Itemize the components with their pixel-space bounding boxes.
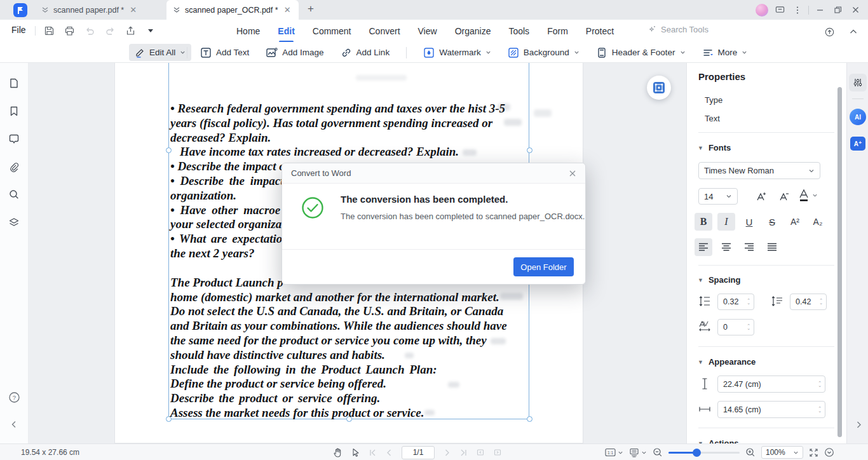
account-avatar[interactable]	[753, 0, 771, 20]
search-icon[interactable]	[8, 189, 20, 200]
bold-button[interactable]: B	[695, 213, 712, 231]
properties-tab-button[interactable]	[849, 74, 867, 91]
height-input[interactable]: 22.47 (cm) ⌃⌄	[717, 375, 825, 393]
subscript-button[interactable]: A₂	[809, 213, 827, 231]
selection-tool-float-button[interactable]	[647, 76, 671, 100]
feedback-icon[interactable]	[771, 0, 789, 20]
width-value: 14.65 (cm)	[723, 405, 761, 414]
hand-tool-icon[interactable]	[333, 448, 342, 457]
font-size-value: 14	[704, 192, 713, 201]
minimize-button[interactable]	[811, 0, 829, 20]
zoom-in-icon[interactable]	[745, 447, 756, 457]
spinner-icon[interactable]: ⌃⌄	[818, 382, 822, 387]
actual-size-button[interactable]: 1:1	[605, 448, 623, 457]
zoom-level-select[interactable]: 100%	[761, 446, 803, 459]
collapse-toolbar-icon[interactable]	[845, 24, 862, 40]
menu-tools[interactable]: Tools	[508, 25, 529, 37]
fonts-section-header[interactable]: ▼ Fonts	[698, 143, 731, 152]
help-icon[interactable]: ?	[8, 391, 20, 403]
paragraph-spacing-input[interactable]: 0.42 ⌃⌄	[790, 294, 827, 310]
page-number-input[interactable]: 1/1	[402, 446, 435, 459]
fullscreen-icon[interactable]	[809, 448, 818, 457]
toolbar-caret-icon[interactable]	[142, 22, 159, 39]
tab-scanned-paper[interactable]: scanned paper.pdf * ✕	[35, 0, 144, 20]
font-family-select[interactable]: Times New Roman	[698, 162, 820, 179]
strikethrough-button[interactable]: S	[763, 213, 781, 231]
add-link-button[interactable]: Add Link	[341, 47, 390, 58]
save-icon[interactable]	[41, 22, 57, 39]
menu-comment[interactable]: Comment	[313, 25, 351, 37]
character-spacing-input[interactable]: 0 ⌃⌄	[717, 319, 754, 335]
align-justify-button[interactable]	[763, 238, 781, 256]
tab-scanned-paper-ocr[interactable]: scanned paper_OCR.pdf * ✕	[166, 0, 299, 20]
dialog-close-icon[interactable]	[569, 170, 576, 177]
tab-close-icon[interactable]: ✕	[283, 4, 292, 15]
menu-form[interactable]: Form	[547, 25, 568, 37]
collapse-sidebar-icon[interactable]	[10, 420, 18, 429]
page-thumbnails-icon[interactable]	[8, 78, 20, 89]
spinner-icon[interactable]: ⌃⌄	[819, 299, 823, 304]
edit-all-button[interactable]: Edit All	[129, 44, 191, 61]
dialog-footer: Open Folder	[282, 249, 585, 284]
italic-button[interactable]: I	[717, 213, 735, 231]
spinner-icon[interactable]: ⌃⌄	[747, 299, 750, 304]
translate-button[interactable]: A⁺	[850, 137, 865, 151]
zoom-out-icon[interactable]	[653, 447, 663, 457]
add-text-button[interactable]: Add Text	[200, 47, 249, 58]
share-icon[interactable]	[122, 22, 139, 39]
close-window-button[interactable]	[846, 0, 864, 20]
collapse-statusbar-icon[interactable]	[824, 447, 834, 457]
search-tools[interactable]: Search Tools	[647, 25, 709, 34]
new-tab-button[interactable]: +	[308, 3, 314, 15]
more-button[interactable]: More	[702, 47, 748, 58]
menu-organize[interactable]: Organize	[455, 25, 491, 37]
panel-scrollbar[interactable]	[837, 87, 842, 437]
menu-protect[interactable]: Protect	[586, 25, 614, 37]
header-footer-button[interactable]: Header & Footer	[596, 47, 686, 58]
more-menu-icon[interactable]	[789, 0, 806, 20]
underline-button[interactable]: U	[740, 213, 758, 231]
superscript-button[interactable]: A²	[786, 213, 804, 231]
font-color-button[interactable]	[797, 187, 818, 203]
font-size-select[interactable]: 14	[698, 188, 738, 205]
menu-home[interactable]: Home	[236, 25, 260, 37]
watermark-button[interactable]: Watermark	[423, 47, 491, 58]
zoom-slider[interactable]	[668, 444, 740, 460]
page-layout-button[interactable]	[629, 448, 647, 457]
menu-edit[interactable]: Edit	[278, 25, 294, 37]
decrease-font-size-button[interactable]	[775, 187, 792, 205]
increase-font-size-button[interactable]	[752, 187, 770, 205]
spinner-icon[interactable]: ⌃⌄	[747, 325, 750, 330]
expand-panel-icon[interactable]	[855, 421, 863, 429]
bookmarks-icon[interactable]	[8, 105, 20, 117]
align-right-button[interactable]	[740, 238, 758, 256]
triangle-down-icon: ▼	[698, 277, 703, 283]
width-input[interactable]: 14.65 (cm) ⌃⌄	[717, 401, 825, 418]
file-menu[interactable]: File	[11, 25, 26, 35]
background-button[interactable]: Background	[508, 47, 580, 58]
tab-close-icon[interactable]: ✕	[128, 4, 138, 15]
actions-section-header[interactable]: ▼ Actions	[698, 438, 739, 443]
ai-assistant-button[interactable]: AI	[850, 109, 866, 125]
layers-icon[interactable]	[8, 217, 20, 228]
open-folder-button[interactable]: Open Folder	[513, 257, 574, 276]
spinner-icon[interactable]: ⌃⌄	[818, 407, 822, 412]
zoom-slider-knob[interactable]	[693, 449, 701, 457]
menu-convert[interactable]: Convert	[369, 25, 400, 37]
appearance-section-header[interactable]: ▼ Appearance	[698, 357, 756, 367]
cloud-upload-icon[interactable]	[821, 24, 837, 40]
align-center-button[interactable]	[717, 238, 735, 256]
align-left-button[interactable]	[695, 238, 712, 256]
attachments-icon[interactable]	[8, 161, 20, 173]
previous-view-icon	[476, 448, 485, 457]
comments-icon[interactable]	[8, 133, 20, 145]
select-tool-icon[interactable]	[351, 448, 360, 457]
spacing-section-header[interactable]: ▼ Spacing	[698, 275, 741, 285]
restore-button[interactable]	[829, 0, 846, 20]
line-spacing-input[interactable]: 0.32 ⌃⌄	[717, 294, 754, 310]
menu-view[interactable]: View	[418, 25, 437, 37]
chevron-down-icon	[680, 50, 686, 55]
type-label: Type	[705, 95, 722, 105]
print-icon[interactable]	[61, 22, 78, 39]
add-image-button[interactable]: Add Image	[266, 47, 323, 58]
